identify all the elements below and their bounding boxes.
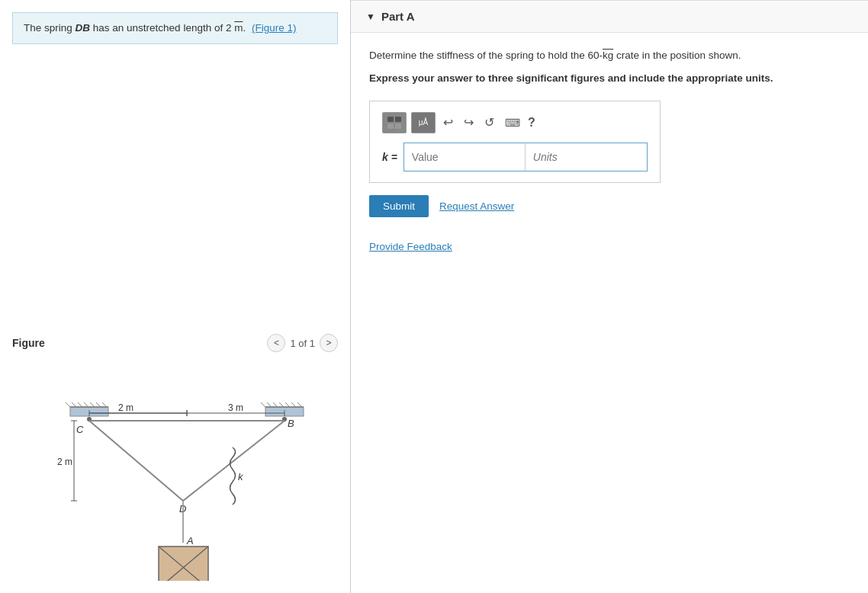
- svg-line-11: [261, 402, 265, 407]
- part-title: Part A: [381, 10, 415, 23]
- collapse-arrow[interactable]: ▼: [366, 11, 375, 22]
- dim-3m-top: 3 m: [227, 402, 243, 413]
- keyboard-icon: ⌨: [505, 117, 520, 129]
- matrix-button[interactable]: [382, 112, 407, 133]
- answer-box: μÅ ↩ ↪ ↺ ⌨ ? k =: [369, 101, 661, 183]
- svg-rect-31: [387, 117, 394, 122]
- value-input[interactable]: [403, 143, 526, 171]
- dim-2m-left: 2 m: [56, 457, 72, 467]
- svg-rect-18: [159, 547, 208, 581]
- problem-statement-box: The spring DB has an unstretched length …: [12, 12, 338, 44]
- member-cd: [89, 421, 183, 501]
- keyboard-button[interactable]: ⌨: [502, 114, 523, 131]
- left-panel: The spring DB has an unstretched length …: [0, 0, 351, 593]
- support-b: [261, 402, 304, 416]
- provide-feedback-section: Provide Feedback: [369, 240, 850, 252]
- mu-button[interactable]: μÅ: [411, 112, 436, 133]
- undo-button[interactable]: ↩: [440, 114, 456, 131]
- input-row: k =: [382, 143, 648, 171]
- part-content: Determine the stiffness of the spring to…: [351, 33, 868, 268]
- dim-2m-top: 2 m: [117, 402, 133, 413]
- svg-line-2: [66, 402, 70, 407]
- svg-rect-33: [387, 123, 394, 129]
- figure-diagram: C B D k: [12, 360, 338, 581]
- support-c: [66, 402, 108, 416]
- diagram-svg: C B D k: [31, 360, 320, 581]
- refresh-icon: ↺: [484, 116, 494, 129]
- k-label: k =: [382, 151, 397, 163]
- redo-button[interactable]: ↪: [461, 114, 477, 131]
- matrix-icon: [387, 116, 402, 130]
- undo-icon: ↩: [443, 116, 453, 129]
- next-figure-button[interactable]: >: [320, 334, 338, 352]
- figure-nav: < 1 of 1 >: [267, 334, 338, 352]
- right-panel: ▼ Part A Determine the stiffness of the …: [351, 0, 868, 593]
- prev-figure-button[interactable]: <: [267, 334, 285, 352]
- page-indicator: 1 of 1: [290, 338, 315, 349]
- label-c: C: [76, 424, 84, 435]
- toolbar: μÅ ↩ ↪ ↺ ⌨ ?: [382, 112, 648, 133]
- member-bd: [183, 421, 285, 501]
- svg-rect-32: [395, 117, 401, 122]
- units-input[interactable]: [526, 143, 648, 171]
- refresh-button[interactable]: ↺: [481, 114, 497, 131]
- figure-header: Figure < 1 of 1 >: [12, 334, 338, 352]
- problem-text: The spring DB has an unstretched length …: [24, 22, 246, 34]
- label-k: k: [238, 471, 244, 482]
- submit-row: Submit Request Answer: [369, 195, 850, 217]
- figure-section: Figure < 1 of 1 >: [0, 326, 350, 593]
- label-b: B: [288, 418, 294, 429]
- figure-title: Figure: [12, 337, 45, 349]
- figure-link[interactable]: (Figure 1): [252, 22, 297, 34]
- question-text: Determine the stiffness of the spring to…: [369, 48, 850, 63]
- mu-label: μÅ: [419, 118, 428, 127]
- redo-icon: ↪: [464, 116, 474, 129]
- submit-button[interactable]: Submit: [369, 195, 429, 217]
- feedback-link[interactable]: Provide Feedback: [369, 241, 452, 252]
- svg-rect-34: [395, 123, 401, 129]
- part-header: ▼ Part A: [351, 1, 868, 33]
- crate: [159, 547, 208, 581]
- request-answer-link[interactable]: Request Answer: [439, 200, 514, 212]
- instruction-text: Express your answer to three significant…: [369, 71, 850, 86]
- label-a: A: [186, 535, 194, 547]
- help-button[interactable]: ?: [528, 116, 535, 130]
- spring: [230, 447, 235, 505]
